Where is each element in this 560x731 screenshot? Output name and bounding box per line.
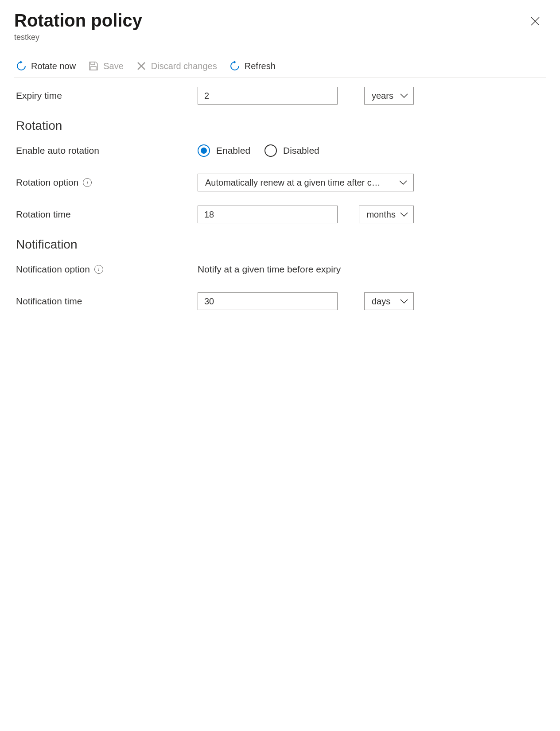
notification-time-unit-value: days [372,296,390,307]
save-button: Save [88,61,124,71]
expiry-time-input[interactable] [198,87,338,105]
save-label: Save [103,61,124,71]
svg-rect-2 [91,62,95,65]
notification-time-label: Notification time [16,296,198,307]
expiry-time-label: Expiry time [16,90,198,101]
rotation-time-unit-select[interactable]: months [359,206,414,223]
refresh-label: Refresh [245,61,276,71]
refresh-button[interactable]: Refresh [229,61,276,71]
svg-rect-3 [91,66,96,70]
discard-icon [136,61,147,71]
discard-label: Discard changes [151,61,217,71]
radio-unchecked-icon [264,144,277,157]
rotate-now-label: Rotate now [31,61,76,71]
rotation-option-value: Automatically renew at a given time afte… [205,178,381,188]
refresh-icon [229,61,240,71]
notification-time-unit-select[interactable]: days [364,292,414,310]
expiry-time-unit-value: years [372,91,393,101]
notification-option-value: Notify at a given time before expiry [198,264,341,275]
info-icon[interactable]: i [83,178,92,187]
chevron-down-icon [400,299,408,303]
close-icon [530,16,540,26]
disabled-label: Disabled [283,145,319,156]
notification-option-label: Notification option [16,264,90,275]
info-icon[interactable]: i [94,265,103,274]
page-subtitle: testkey [14,33,546,42]
save-icon [88,61,99,71]
chevron-down-icon [400,93,408,98]
rotation-time-unit-value: months [366,210,396,220]
rotate-icon [16,61,27,71]
rotation-option-label: Rotation option [16,177,78,188]
toolbar: Rotate now Save Discard changes [14,56,546,78]
rotation-option-select[interactable]: Automatically renew at a given time afte… [198,174,414,191]
close-button[interactable] [528,14,542,28]
enable-auto-rotation-label: Enable auto rotation [16,145,198,156]
rotation-time-label: Rotation time [16,209,198,220]
discard-button: Discard changes [136,61,217,71]
notification-heading: Notification [16,237,546,252]
expiry-time-unit-select[interactable]: years [364,87,414,105]
chevron-down-icon [399,180,407,185]
notification-time-input[interactable] [198,292,338,310]
enabled-label: Enabled [216,145,250,156]
radio-checked-icon [198,144,210,157]
auto-rotation-enabled-radio[interactable]: Enabled [198,144,250,157]
rotate-now-button[interactable]: Rotate now [16,61,76,71]
chevron-down-icon [400,212,408,217]
page-title: Rotation policy [14,11,546,30]
auto-rotation-disabled-radio[interactable]: Disabled [264,144,319,157]
rotation-time-input[interactable] [198,206,338,223]
auto-rotation-radio-group: Enabled Disabled [198,144,319,157]
rotation-heading: Rotation [16,119,546,133]
